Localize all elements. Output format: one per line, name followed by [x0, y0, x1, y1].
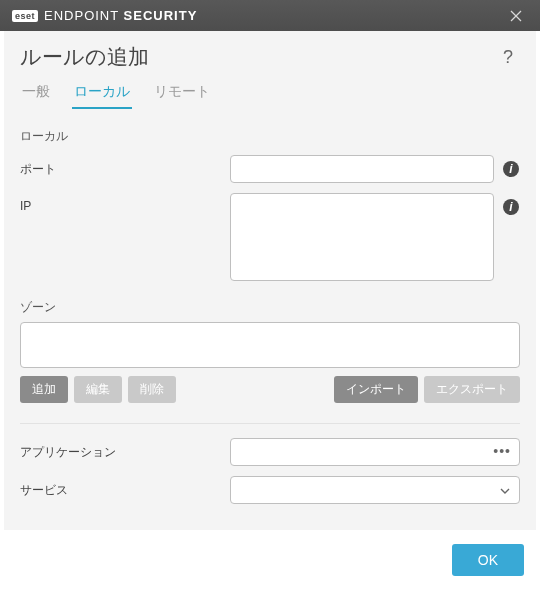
help-button[interactable]: ? [496, 47, 520, 68]
chevron-down-icon [499, 485, 511, 500]
info-icon: i [502, 198, 520, 216]
tabs: 一般 ローカル リモート [20, 79, 520, 110]
application-browse-field[interactable]: ••• [230, 438, 520, 466]
tab-local[interactable]: ローカル [72, 79, 132, 109]
ellipsis-icon: ••• [493, 443, 511, 459]
ip-info-button[interactable]: i [502, 198, 520, 216]
brand-text-light: ENDPOINT [44, 8, 124, 23]
close-button[interactable] [504, 4, 528, 28]
port-label: ポート [20, 155, 230, 178]
port-info-button[interactable]: i [502, 160, 520, 178]
close-icon [510, 10, 522, 22]
page-title: ルールの追加 [20, 43, 496, 71]
brand: eset ENDPOINT SECURITY [12, 8, 197, 23]
ip-row: IP i [20, 193, 520, 281]
zone-edit-button[interactable]: 編集 [74, 376, 122, 403]
zone-listbox[interactable] [20, 322, 520, 368]
service-label: サービス [20, 476, 230, 499]
main-panel: ルールの追加 ? 一般 ローカル リモート ローカル ポート i IP i ゾー… [4, 31, 536, 530]
info-icon: i [502, 160, 520, 178]
ok-button[interactable]: OK [452, 544, 524, 576]
footer: OK [0, 534, 540, 590]
help-icon: ? [503, 47, 513, 67]
titlebar: eset ENDPOINT SECURITY [0, 0, 540, 31]
zone-export-button[interactable]: エクスポート [424, 376, 520, 403]
port-row: ポート i [20, 155, 520, 183]
zone-label: ゾーン [20, 299, 520, 316]
zone-buttons: 追加 編集 削除 インポート エクスポート [20, 376, 520, 403]
section-divider [20, 423, 520, 424]
ip-input[interactable] [230, 193, 494, 281]
service-row: サービス [20, 476, 520, 504]
brand-badge: eset [12, 10, 38, 22]
zone-import-button[interactable]: インポート [334, 376, 418, 403]
zone-block: ゾーン 追加 編集 削除 インポート エクスポート [20, 299, 520, 403]
tab-remote[interactable]: リモート [152, 79, 212, 109]
heading-row: ルールの追加 ? [20, 43, 520, 71]
tab-general[interactable]: 一般 [20, 79, 52, 109]
zone-remove-button[interactable]: 削除 [128, 376, 176, 403]
ip-label: IP [20, 193, 230, 213]
service-select[interactable] [230, 476, 520, 504]
zone-buttons-spacer [182, 376, 328, 403]
port-input[interactable] [230, 155, 494, 183]
zone-add-button[interactable]: 追加 [20, 376, 68, 403]
brand-text-bold: SECURITY [124, 8, 198, 23]
application-label: アプリケーション [20, 438, 230, 461]
local-section-label: ローカル [20, 128, 520, 145]
brand-text: ENDPOINT SECURITY [44, 8, 197, 23]
application-row: アプリケーション ••• [20, 438, 520, 466]
